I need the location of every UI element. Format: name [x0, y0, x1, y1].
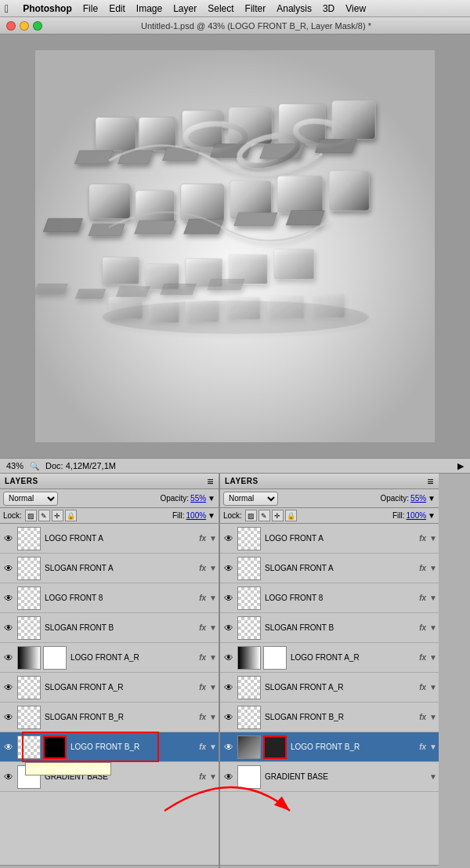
blend-mode-select-left[interactable]: Normal: [3, 492, 58, 506]
row-arrow[interactable]: ▼: [429, 713, 437, 721]
row-arrow[interactable]: ▼: [209, 623, 217, 632]
row-arrow[interactable]: ▼: [429, 683, 437, 692]
layer-row[interactable]: 👁 GRADIENT BASE ▼: [220, 762, 439, 792]
eye-icon[interactable]: 👁: [2, 621, 16, 635]
opacity-value-left[interactable]: 55%: [190, 494, 206, 503]
eye-icon[interactable]: 👁: [2, 740, 16, 754]
eye-icon[interactable]: 👁: [222, 770, 236, 784]
fx-badge[interactable]: fx: [419, 534, 426, 543]
fx-badge[interactable]: fx: [419, 623, 426, 632]
menu-view[interactable]: View: [345, 3, 366, 14]
eye-icon[interactable]: 👁: [222, 740, 236, 754]
menu-3d[interactable]: 3D: [323, 3, 334, 14]
menu-file[interactable]: File: [83, 3, 98, 14]
menu-filter[interactable]: Filter: [245, 3, 266, 14]
fill-arrow-right[interactable]: ▼: [428, 511, 436, 520]
layer-row[interactable]: 👁 LOGO FRONT A_R fx ▼: [220, 643, 439, 673]
row-arrow[interactable]: ▼: [209, 713, 217, 721]
layer-row[interactable]: 👁 LOGO FRONT 8 fx ▼: [220, 583, 439, 613]
row-arrow[interactable]: ▼: [209, 743, 217, 751]
panel-menu-right[interactable]: ≡: [427, 475, 434, 488]
fx-badge[interactable]: fx: [199, 623, 206, 632]
lock-position-left[interactable]: ✛: [52, 510, 63, 521]
opacity-arrow-right[interactable]: ▼: [428, 494, 436, 503]
row-arrow[interactable]: ▼: [209, 594, 217, 602]
layer-row[interactable]: 👁 SLOGAN FRONT A_R fx ▼: [220, 673, 439, 703]
fx-badge[interactable]: fx: [199, 564, 206, 572]
layer-row[interactable]: 👁 SLOGAN FRONT B fx ▼: [220, 613, 439, 643]
lock-position-right[interactable]: ✛: [272, 510, 284, 521]
fx-badge[interactable]: fx: [419, 683, 426, 692]
row-arrow[interactable]: ▼: [209, 534, 217, 543]
layer-row[interactable]: 👁 LOGO FRONT A_R fx ▼: [0, 643, 219, 673]
layer-row[interactable]: 👁 SLOGAN FRONT A fx ▼: [0, 554, 219, 583]
lock-all-left[interactable]: 🔒: [65, 510, 77, 521]
row-arrow[interactable]: ▼: [429, 594, 437, 602]
fx-badge[interactable]: fx: [419, 594, 426, 602]
fill-arrow-left[interactable]: ▼: [208, 511, 215, 520]
eye-icon[interactable]: 👁: [222, 621, 236, 635]
row-arrow[interactable]: ▼: [209, 564, 217, 572]
opacity-arrow-left[interactable]: ▼: [208, 494, 215, 503]
fx-badge[interactable]: fx: [419, 653, 426, 662]
fx-badge[interactable]: fx: [419, 743, 426, 751]
layer-row[interactable]: 👁 GRADIENT BASE fx ▼: [0, 762, 219, 792]
layer-row[interactable]: 👁 LOGO FRONT A fx ▼: [220, 524, 439, 554]
row-arrow[interactable]: ▼: [429, 534, 437, 543]
layer-row[interactable]: 👁 SLOGAN FRONT B_R fx ▼: [0, 703, 219, 732]
menu-layer[interactable]: Layer: [173, 3, 197, 14]
eye-icon[interactable]: 👁: [2, 561, 16, 576]
row-arrow[interactable]: ▼: [209, 683, 217, 692]
canvas-inner[interactable]: [35, 50, 435, 442]
layer-row[interactable]: 👁 SLOGAN FRONT B_R fx ▼: [220, 703, 439, 732]
lock-transparent-right[interactable]: ▨: [245, 510, 257, 521]
layer-row-selected-right[interactable]: 👁 LOGO FRONT B_R fx ▼: [220, 732, 439, 762]
panel-menu-left[interactable]: ≡: [207, 475, 214, 488]
eye-icon[interactable]: 👁: [2, 532, 16, 546]
menu-edit[interactable]: Edit: [109, 3, 125, 14]
layer-row[interactable]: 👁 SLOGAN FRONT A_R fx ▼: [0, 673, 219, 703]
lock-image-left[interactable]: ✎: [38, 510, 50, 521]
layer-row[interactable]: 👁 LOGO FRONT 8 fx ▼: [0, 583, 219, 613]
fx-badge[interactable]: fx: [199, 713, 206, 721]
menu-select[interactable]: Select: [208, 3, 233, 14]
row-arrow[interactable]: ▼: [429, 623, 437, 632]
blend-mode-select-right[interactable]: Normal: [223, 492, 278, 506]
zoom-icon[interactable]: 🔍: [30, 462, 39, 470]
menu-image[interactable]: Image: [136, 3, 162, 14]
eye-icon[interactable]: 👁: [2, 591, 16, 605]
maximize-button[interactable]: [33, 21, 42, 31]
eye-icon[interactable]: 👁: [2, 651, 16, 665]
fx-badge[interactable]: fx: [199, 683, 206, 692]
eye-icon[interactable]: 👁: [222, 651, 236, 665]
menu-photoshop[interactable]: Photoshop: [23, 3, 72, 14]
menu-analysis[interactable]: Analysis: [277, 3, 312, 14]
fill-value-left[interactable]: 100%: [186, 511, 207, 520]
row-arrow[interactable]: ▼: [429, 772, 437, 781]
eye-icon[interactable]: 👁: [222, 532, 236, 546]
eye-icon[interactable]: 👁: [2, 770, 16, 784]
fx-badge[interactable]: fx: [199, 772, 206, 781]
fx-badge[interactable]: fx: [199, 653, 206, 662]
row-arrow[interactable]: ▼: [429, 653, 437, 662]
eye-icon[interactable]: 👁: [222, 681, 236, 695]
row-arrow[interactable]: ▼: [209, 653, 217, 662]
lock-image-right[interactable]: ✎: [258, 510, 270, 521]
apple-menu[interactable]: : [5, 2, 9, 15]
row-arrow[interactable]: ▼: [429, 564, 437, 572]
opacity-value-right[interactable]: 55%: [410, 494, 426, 503]
minimize-button[interactable]: [20, 21, 29, 31]
layer-row[interactable]: 👁 SLOGAN FRONT B fx ▼: [0, 613, 219, 643]
lock-transparent-left[interactable]: ▨: [25, 510, 37, 521]
layer-row-selected[interactable]: 👁 LOGO FRONT B_R fx ▼ Layer mask thumbna…: [0, 732, 219, 762]
row-arrow[interactable]: ▼: [209, 772, 217, 781]
fx-badge[interactable]: fx: [199, 594, 206, 602]
fx-badge[interactable]: fx: [199, 534, 206, 543]
layer-row[interactable]: 👁 SLOGAN FRONT A fx ▼: [220, 554, 439, 583]
fill-value-right[interactable]: 100%: [407, 511, 427, 520]
fx-badge[interactable]: fx: [419, 564, 426, 572]
eye-icon[interactable]: 👁: [222, 591, 236, 605]
eye-icon[interactable]: 👁: [2, 681, 16, 695]
fx-badge[interactable]: fx: [199, 743, 206, 751]
lock-all-right[interactable]: 🔒: [285, 510, 297, 521]
